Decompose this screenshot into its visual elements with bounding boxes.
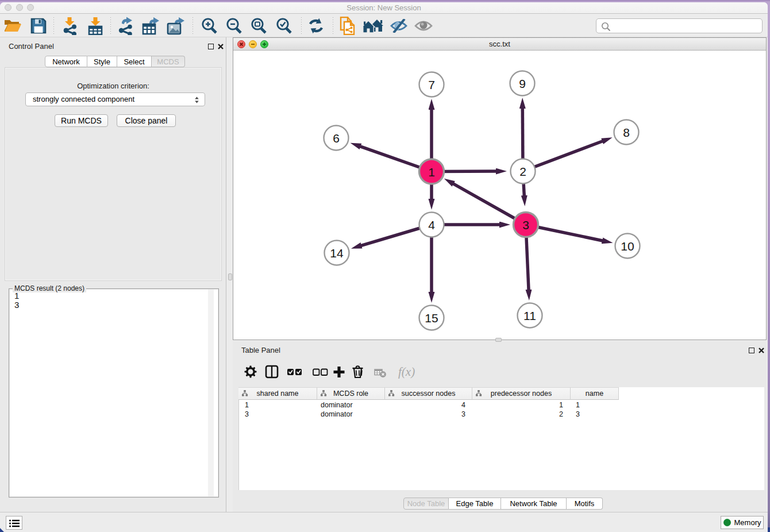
svg-text:7: 7 <box>428 78 435 91</box>
svg-text:1: 1 <box>428 165 435 179</box>
svg-text:4: 4 <box>428 218 435 232</box>
svg-text:9: 9 <box>519 77 526 90</box>
svg-text:11: 11 <box>523 309 536 322</box>
svg-text:8: 8 <box>623 126 630 139</box>
svg-text:14: 14 <box>330 246 344 260</box>
svg-text:2: 2 <box>519 165 526 178</box>
svg-text:6: 6 <box>333 132 340 145</box>
svg-text:3: 3 <box>522 218 529 232</box>
svg-text:10: 10 <box>621 240 634 253</box>
svg-text:15: 15 <box>425 311 438 325</box>
svg-text:f(x): f(x) <box>398 365 415 379</box>
